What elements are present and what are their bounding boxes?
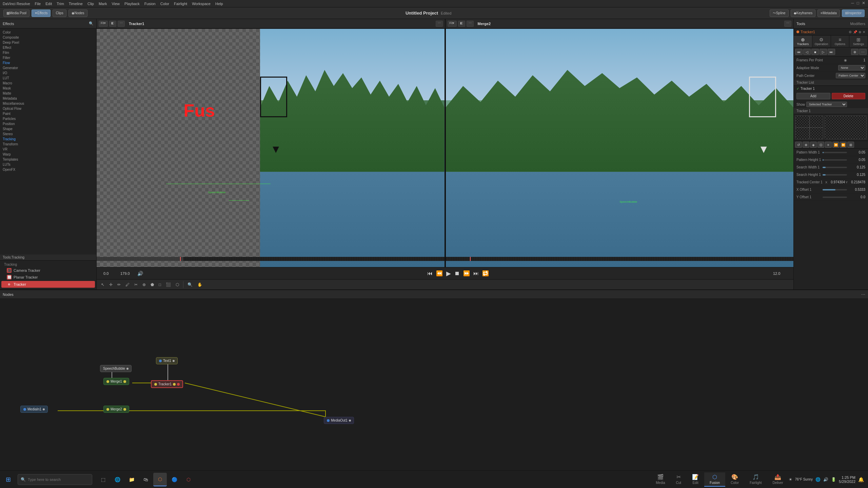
category-film[interactable]: Film: [0, 50, 96, 55]
x-offset-slider[interactable]: [823, 189, 847, 190]
category-warp[interactable]: Warp: [0, 152, 96, 157]
tracker-snap-btn[interactable]: ⊡: [817, 142, 824, 148]
camera-tracker-tool[interactable]: 🎥 Camera Tracker: [0, 267, 96, 274]
node-settings-icon[interactable]: ⚙: [849, 30, 852, 34]
tracker-play-fwd-btn[interactable]: ⏩: [840, 142, 847, 148]
viewer1[interactable]: Fus ▼ SpeechBubble: [97, 29, 445, 267]
menu-fairlight[interactable]: Fairlight: [174, 2, 187, 6]
category-templates[interactable]: Templates: [0, 157, 96, 162]
node-mediaout1[interactable]: MediaOut1: [324, 417, 354, 424]
viewer2-more-btn[interactable]: ⋯: [467, 21, 474, 27]
fill-tool[interactable]: ⬟: [149, 281, 156, 288]
brush-tool[interactable]: ✏: [116, 281, 122, 288]
category-transform[interactable]: Transform: [0, 142, 96, 147]
viewer2-fit-btn[interactable]: Fit▾: [448, 21, 457, 27]
menu-playback[interactable]: Playback: [124, 2, 140, 6]
pointer-tool[interactable]: ✛: [107, 281, 114, 288]
viewer2-view-btn[interactable]: ◧: [458, 21, 465, 27]
node-merge2[interactable]: Merge2: [103, 406, 129, 413]
delete-tracker-button[interactable]: Delete: [832, 93, 866, 99]
stamp-tool[interactable]: ⊕: [141, 281, 147, 288]
viewer1-fit-btn[interactable]: Fit▾: [99, 21, 108, 27]
taskbar-search[interactable]: 🔍: [18, 474, 92, 485]
zoom-tool[interactable]: 🔍: [186, 281, 194, 288]
adaptive-mode-select[interactable]: None: [838, 65, 865, 70]
pattern-height-slider[interactable]: [823, 159, 847, 161]
scissors-tool[interactable]: ✂: [133, 281, 139, 288]
notification-icon[interactable]: 🔔: [858, 477, 864, 482]
tracker1-list-item[interactable]: ✓ Tracker 1: [794, 86, 868, 92]
node-merge1[interactable]: Merge1: [103, 378, 129, 385]
menu-clip[interactable]: Clip: [87, 2, 94, 6]
path-center-select[interactable]: Pattern Center: [836, 73, 865, 78]
step-forward-button[interactable]: ⏩: [463, 270, 470, 277]
menu-edit[interactable]: Edit: [45, 2, 52, 6]
ctrl-extra1[interactable]: ⊕: [851, 49, 859, 55]
category-luts[interactable]: LUTs: [0, 162, 96, 167]
windows-start-button[interactable]: ⊞: [0, 471, 16, 488]
ctrl-back[interactable]: ◁: [803, 49, 811, 55]
category-io[interactable]: I/O: [0, 70, 96, 76]
nav-fairlight[interactable]: 🎵 Fairlight: [744, 472, 767, 487]
category-stereo[interactable]: Stereo: [0, 131, 96, 137]
effects-search-icon[interactable]: 🔍: [89, 21, 94, 26]
tracker-grab-btn[interactable]: ◈: [810, 142, 817, 148]
category-lut[interactable]: LUT: [0, 76, 96, 81]
stop-button[interactable]: ⏹: [454, 270, 460, 277]
search-width-slider[interactable]: [823, 167, 847, 168]
category-macro[interactable]: Macro: [0, 81, 96, 86]
viewer1-view-btn[interactable]: ◧: [109, 21, 116, 27]
effects-button[interactable]: ✦ Effects: [32, 9, 51, 17]
category-optical-flow[interactable]: Optical Flow: [0, 106, 96, 111]
taskbar-browser-edge[interactable]: 🌐: [111, 473, 124, 486]
maximize-button[interactable]: □: [857, 1, 859, 5]
play-button[interactable]: ▶: [446, 270, 451, 277]
tracker-tool[interactable]: ⊕ Tracker: [1, 281, 95, 288]
menu-fusion[interactable]: Fusion: [144, 2, 156, 6]
tracker-extra-btn[interactable]: ⊞: [847, 142, 854, 148]
ctrl-forward[interactable]: ▷: [820, 49, 827, 55]
tab-trackers[interactable]: ⊕ Trackers: [794, 36, 812, 47]
pen-tool[interactable]: 🖊: [124, 281, 131, 288]
category-shape[interactable]: Shape: [0, 126, 96, 131]
nodes-button[interactable]: ◉ Nodes: [68, 9, 87, 17]
nav-media[interactable]: 🎬 Media: [650, 472, 670, 487]
menu-color[interactable]: Color: [160, 2, 169, 6]
tracker-list-btn[interactable]: ≡: [825, 142, 832, 148]
tab-settings[interactable]: ⊞ Settings: [849, 36, 868, 47]
ctrl-stop[interactable]: ■: [811, 49, 819, 55]
node-mediain1[interactable]: MediaIn1: [20, 406, 48, 413]
taskbar-store[interactable]: 🛍: [139, 473, 153, 486]
search-height-slider[interactable]: [823, 174, 847, 176]
category-misc[interactable]: Miscellaneous: [0, 101, 96, 106]
tab-options[interactable]: ≡ Options: [831, 36, 850, 47]
tracker-reset-btn[interactable]: ↺: [795, 142, 802, 148]
category-position[interactable]: Position: [0, 121, 96, 126]
node-copy-icon[interactable]: ⊕: [859, 30, 861, 34]
minimize-button[interactable]: ─: [851, 1, 854, 5]
select-tool[interactable]: ↖: [99, 281, 106, 288]
category-particles[interactable]: Particles: [0, 116, 96, 121]
show-select[interactable]: Selected Tracker: [806, 102, 847, 107]
close-button[interactable]: ✕: [862, 1, 865, 5]
taskbar-search-input[interactable]: [28, 477, 89, 482]
category-composite[interactable]: Composite: [0, 35, 96, 40]
category-openfx[interactable]: OpenFX: [0, 167, 96, 172]
viewer1-timeline-bar[interactable]: [97, 257, 445, 261]
category-effect[interactable]: Effect: [0, 45, 96, 50]
add-tracker-button[interactable]: Add: [796, 93, 830, 99]
node-text1[interactable]: Text1: [156, 357, 178, 364]
menu-app[interactable]: DaVinci Resolve: [3, 2, 30, 6]
category-tracking[interactable]: Tracking: [0, 137, 96, 142]
category-metadata[interactable]: Metadata: [0, 96, 96, 101]
nav-edit[interactable]: 📝 Edit: [687, 472, 704, 487]
taskbar-chrome[interactable]: 🔵: [167, 473, 181, 486]
taskbar-task-view[interactable]: ⬚: [96, 473, 110, 486]
viewer2-timeline-bar[interactable]: [446, 257, 794, 261]
nodes-more-icon[interactable]: ⋯: [861, 292, 865, 297]
keyframes-button[interactable]: ◆ Keyframes: [791, 9, 816, 17]
loop-button[interactable]: 🔁: [482, 270, 489, 277]
y-offset-slider[interactable]: [823, 197, 847, 198]
nodes-canvas[interactable]: MediaIn1 SpeechBubble Text1 Merge1: [0, 299, 868, 488]
node-pin-icon[interactable]: 📌: [853, 30, 857, 34]
